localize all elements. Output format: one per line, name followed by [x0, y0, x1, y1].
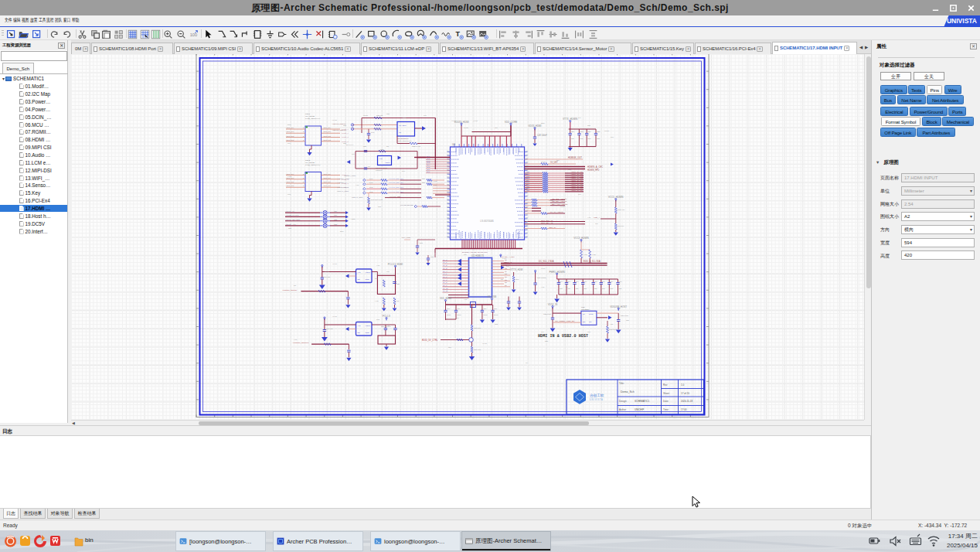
svg-text:1.0K: 1.0K [434, 184, 437, 186]
svg-text:O3: O3 [505, 267, 508, 269]
svg-text:R90: R90 [516, 278, 519, 281]
svg-text:C9x: C9x [619, 281, 623, 282]
svg-text:100nF: 100nF [560, 206, 566, 207]
svg-text:C5x: C5x [587, 131, 591, 133]
svg-text:O4: O4 [505, 271, 508, 272]
svg-text:WD2C_12000: WD2C_12000 [337, 186, 349, 189]
svg-text:4.7K: 4.7K [584, 254, 587, 256]
svg-text:EN: EN [583, 321, 586, 322]
svg-text:NC: NC [396, 300, 400, 302]
svg-text:U N I V I S T A: U N I V I S T A [590, 398, 603, 401]
svg-text:R89 10K: R89 10K [474, 349, 481, 351]
svg-text:C5x: C5x [580, 131, 584, 133]
svg-text:NC: NC [501, 278, 504, 280]
svg-text:IN: IN [583, 313, 585, 315]
svg-text:HDMIN_HPD: HDMIN_HPD [587, 169, 600, 172]
svg-text:VDD_CORE: VDD_CORE [505, 121, 518, 124]
svg-text:C7x: C7x [458, 308, 461, 309]
svg-text:VOUT: VOUT [366, 271, 371, 273]
svg-text:RX5: RX5 [427, 166, 430, 168]
svg-text:1uF: 1uF [580, 138, 584, 140]
svg-text:C19: C19 [288, 142, 291, 144]
svg-text:HPD_A: HPD_A [594, 216, 600, 219]
svg-text:100nF: 100nF [604, 130, 610, 131]
svg-text:49.9R: 49.9R [332, 119, 337, 121]
svg-text:R30 0R: R30 0R [376, 114, 383, 117]
svg-text:100nF: 100nF [325, 271, 330, 272]
svg-text:2024-11-18: 2024-11-18 [681, 400, 692, 403]
svg-text:10uF: 10uF [458, 314, 462, 315]
svg-text:C18: C18 [288, 193, 291, 195]
svg-text:DDC_SDA_IN: DDC_SDA_IN [541, 222, 553, 224]
svg-text:17 of 20: 17 of 20 [681, 392, 689, 395]
svg-text:10uF: 10uF [447, 314, 451, 315]
svg-text:5V_DET: 5V_DET [550, 161, 558, 164]
svg-text:1: 1 [303, 127, 305, 128]
svg-text:PCL3.3_HDMI: PCL3.3_HDMI [388, 263, 403, 266]
svg-text:EN: EN [358, 278, 361, 280]
svg-text:C62: C62 [430, 256, 434, 257]
svg-text:VD5V_IN: VD5V_IN [548, 303, 558, 306]
svg-text:SOT23-5: SOT23-5 [376, 169, 383, 171]
svg-text:R41: R41 [369, 182, 373, 183]
svg-text:NC: NC [294, 285, 297, 286]
svg-text:VTTX_HDMIN: VTTX_HDMIN [563, 118, 577, 121]
svg-text:EDID_5V_CTRL: EDID_5V_CTRL [422, 339, 438, 342]
svg-text:O0: O0 [505, 259, 508, 261]
svg-text:3: 3 [303, 131, 305, 132]
svg-text:R95 10K: R95 10K [609, 329, 616, 330]
svg-text:49.9R: 49.9R [332, 263, 337, 264]
svg-text:R73: R73 [376, 319, 380, 320]
svg-text:33R: 33R [343, 142, 346, 144]
svg-text:4.7K: 4.7K [376, 264, 380, 266]
svg-text:IN-: IN- [399, 131, 401, 134]
svg-text:PCL1.8: PCL1.8 [383, 315, 390, 318]
svg-text:1uF: 1uF [571, 138, 575, 140]
svg-text:R47 10K 0402: R47 10K 0402 [371, 199, 383, 200]
svg-text:100nF: 100nF [456, 265, 461, 267]
svg-text:C9x: C9x [576, 281, 580, 282]
svg-text:33R: 33R [568, 169, 571, 170]
svg-text:EN: EN [358, 332, 361, 333]
svg-text:VD33_HDMI: VD33_HDMI [529, 124, 542, 128]
svg-text:P5USB2PA: P5USB2PA [581, 308, 590, 310]
svg-text:LS.GD74046: LS.GD74046 [480, 220, 494, 223]
svg-text:HDMI4K_OUT: HDMI4K_OUT [568, 156, 582, 159]
svg-text:DNP: DNP [541, 122, 545, 124]
svg-text:NC: NC [550, 271, 553, 272]
svg-text:Time:: Time: [663, 408, 669, 411]
svg-text:1uF: 1uF [560, 288, 563, 289]
svg-text:49.9R: 49.9R [332, 315, 337, 317]
svg-text:C48 100nF: C48 100nF [537, 134, 547, 137]
svg-text:100nF: 100nF [464, 127, 469, 128]
svg-text:Date:: Date: [663, 400, 669, 403]
svg-text:Rev:: Rev: [663, 383, 668, 387]
svg-text:RX7: RX7 [427, 171, 430, 172]
svg-text:100nF: 100nF [549, 199, 554, 201]
svg-text:WD1AT_COM: WD1AT_COM [337, 190, 349, 193]
svg-text:1uF: 1uF [567, 288, 570, 289]
svg-text:10K: 10K [506, 265, 509, 267]
svg-text:O5: O5 [505, 273, 508, 274]
svg-text:TSOT_SON(06)(06): TSOT_SON(06)(06) [397, 140, 412, 142]
svg-text:R88 10K: R88 10K [474, 327, 481, 329]
svg-text:49.9R: 49.9R [482, 342, 487, 344]
svg-text:L8: L8 [526, 362, 528, 363]
svg-text:R70: R70 [611, 136, 614, 138]
svg-text:4.7K: 4.7K [294, 339, 298, 340]
svg-text:V5_USB: V5_USB [488, 295, 497, 298]
svg-text:10K: 10K [456, 317, 459, 319]
svg-text:VAD12H_1: VAD12H_1 [337, 182, 346, 184]
svg-text:33R: 33R [587, 124, 590, 126]
svg-text:NC: NC [368, 199, 371, 201]
svg-text:HDMI IN & USB2.0 HOST: HDMI IN & USB2.0 HOST [538, 334, 588, 339]
svg-text:EDID_A_SCL SDA: EDID_A_SCL SDA [584, 260, 601, 263]
svg-text:C1x 1uF: C1x 1uF [326, 328, 333, 329]
svg-text:VD5USB_HOST: VD5USB_HOST [610, 305, 627, 308]
svg-text:R35: R35 [380, 148, 384, 150]
svg-text:IN+ OUT: IN+ OUT [399, 124, 407, 127]
svg-text:C7x: C7x [447, 308, 451, 309]
svg-text:C5x: C5x [597, 131, 601, 133]
svg-text:4.7K: 4.7K [356, 184, 359, 186]
svg-text:NC: NC [611, 323, 614, 325]
